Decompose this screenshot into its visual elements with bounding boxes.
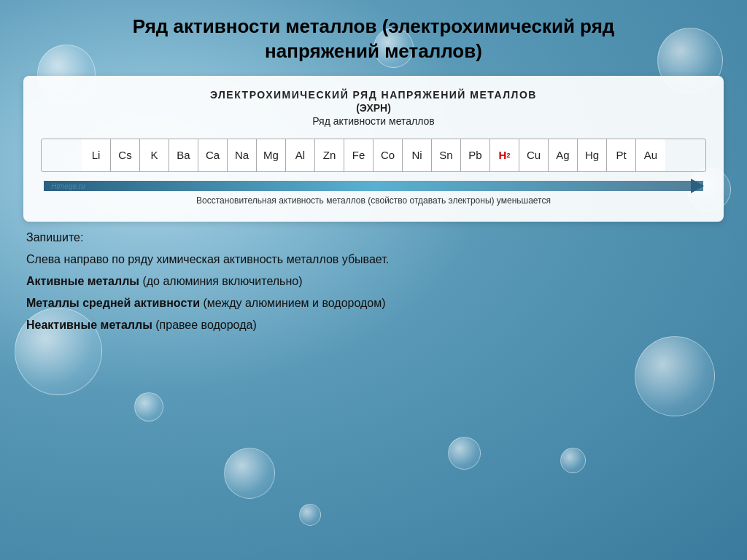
- card-subtitle2: (ЭХРН): [41, 102, 706, 114]
- text-line-4: Неактивные металлы (правее водорода): [26, 316, 721, 334]
- element-al: Al: [286, 139, 315, 171]
- element-ni: Ni: [403, 139, 432, 171]
- element-na: Na: [228, 139, 257, 171]
- card-subtitle1: ЭЛЕКТРОХИМИЧЕСКИЙ РЯД НАПРЯЖЕНИЙ МЕТАЛЛО…: [41, 89, 706, 101]
- element-li: Li: [82, 139, 111, 171]
- text-line-1: Слева направо по ряду химическая активно…: [26, 251, 721, 268]
- content-area: Ряд активности металлов (электрохимическ…: [0, 0, 747, 560]
- element-sn: Sn: [432, 139, 461, 171]
- element-cu: Cu: [519, 139, 549, 171]
- element-zn: Zn: [315, 139, 344, 171]
- element-pb: Pb: [461, 139, 490, 171]
- element-hg: Hg: [578, 139, 607, 171]
- element-co: Co: [374, 139, 403, 171]
- bottom-section: Запишите:Слева направо по ряду химическа…: [23, 222, 724, 338]
- element-ba: Ba: [169, 139, 198, 171]
- watermark: Htmege.ru: [51, 182, 85, 190]
- element-h2: H2: [490, 139, 519, 171]
- page-title: Ряд активности металлов (электрохимическ…: [133, 15, 615, 64]
- element-cs: Cs: [111, 139, 140, 171]
- white-card: ЭЛЕКТРОХИМИЧЕСКИЙ РЯД НАПРЯЖЕНИЙ МЕТАЛЛО…: [23, 76, 724, 222]
- elements-table: LiCsKBaCaNaMgAlZnFeCoNiSnPbH2CuAgHgPtAu: [41, 139, 706, 172]
- element-fe: Fe: [344, 139, 374, 171]
- card-subtitle3: Ряд активности металлов: [41, 115, 706, 127]
- arrow-section: Htmege.ru: [41, 181, 706, 191]
- text-line-3: Металлы средней активности (между алюмин…: [26, 295, 721, 312]
- element-au: Au: [636, 139, 665, 171]
- text-line-2: Активные металлы (до алюминия включитель…: [26, 273, 721, 290]
- element-mg: Mg: [257, 139, 286, 171]
- element-k: K: [140, 139, 169, 171]
- element-pt: Pt: [607, 139, 636, 171]
- arrow-caption: Восстановительная активность металлов (с…: [41, 195, 706, 206]
- element-ag: Ag: [549, 139, 578, 171]
- text-line-0: Запишите:: [26, 229, 721, 246]
- activity-arrow: Htmege.ru: [44, 181, 703, 191]
- element-ca: Ca: [198, 139, 228, 171]
